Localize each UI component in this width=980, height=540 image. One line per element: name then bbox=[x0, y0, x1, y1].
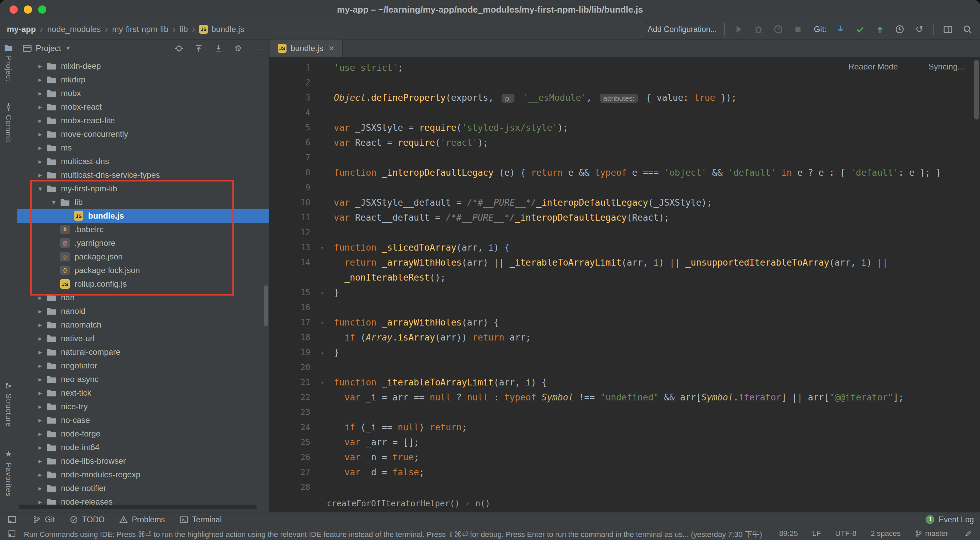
write-access-icon[interactable] bbox=[962, 528, 974, 539]
event-log-button[interactable]: 1 Event Log bbox=[926, 515, 974, 524]
line-number[interactable]: 13 bbox=[269, 243, 317, 252]
gear-icon[interactable]: ⚙ bbox=[232, 43, 244, 54]
code-line[interactable]: 6var React = require('react'); bbox=[269, 135, 980, 150]
project-vertical-scrollbar[interactable] bbox=[264, 285, 268, 326]
chevron-right-icon[interactable]: ▸ bbox=[34, 348, 46, 356]
code-line[interactable]: 9 bbox=[269, 180, 980, 195]
line-number[interactable]: 7 bbox=[269, 153, 317, 162]
code-line[interactable]: 24 if (_i == null) return; bbox=[269, 420, 980, 435]
chevron-right-icon[interactable]: ▸ bbox=[34, 116, 46, 124]
code-line[interactable]: 4 bbox=[269, 105, 980, 120]
line-number[interactable]: 2 bbox=[269, 78, 317, 88]
encoding-widget[interactable]: UTF-8 bbox=[835, 529, 856, 538]
toolwindow-button-terminal[interactable]: Terminal bbox=[180, 515, 222, 524]
git-update-icon[interactable] bbox=[835, 24, 846, 35]
breadcrumb-item[interactable]: my-app bbox=[7, 24, 36, 34]
breadcrumb-item[interactable]: _createForOfIteratorHelper() bbox=[322, 499, 460, 508]
tree-item-mobx-react-lite[interactable]: ▸mobx-react-lite bbox=[18, 114, 269, 127]
fold-marker-icon[interactable]: ▾ bbox=[317, 244, 328, 251]
line-number[interactable]: 19 bbox=[269, 347, 317, 357]
chevron-right-icon[interactable]: ▸ bbox=[34, 171, 46, 179]
toolwindow-button-structure[interactable]: Structure bbox=[4, 382, 13, 427]
tree-item-mkdirp[interactable]: ▸mkdirp bbox=[18, 73, 269, 86]
line-number[interactable]: 14 bbox=[269, 258, 317, 267]
tree-item-native-url[interactable]: ▸native-url bbox=[18, 331, 269, 345]
line-number[interactable]: 11 bbox=[269, 213, 317, 222]
code-line[interactable]: 15▴} bbox=[269, 285, 980, 300]
line-number[interactable]: 18 bbox=[269, 333, 317, 342]
breadcrumb-item[interactable]: JS bundle.js bbox=[199, 24, 244, 34]
line-number[interactable]: 16 bbox=[269, 303, 317, 312]
line-number[interactable]: 8 bbox=[269, 168, 317, 177]
line-number[interactable]: 27 bbox=[269, 467, 317, 477]
line-separator-widget[interactable]: LF bbox=[812, 529, 821, 538]
breadcrumb-item[interactable]: my-first-npm-lib bbox=[112, 24, 168, 34]
chevron-right-icon[interactable]: ▸ bbox=[34, 389, 46, 397]
toolwindow-button-problems[interactable]: Problems bbox=[119, 515, 165, 524]
line-number[interactable]: 5 bbox=[269, 123, 317, 132]
line-number[interactable]: 12 bbox=[269, 228, 317, 237]
tree-item-multicast-dns[interactable]: ▸multicast-dns bbox=[18, 155, 269, 168]
chevron-right-icon[interactable]: ▸ bbox=[34, 403, 46, 411]
chevron-right-icon[interactable]: ▸ bbox=[34, 130, 46, 138]
line-number[interactable]: 21 bbox=[269, 378, 317, 387]
chevron-right-icon[interactable]: ▸ bbox=[34, 362, 46, 370]
code-line[interactable]: 10var _JSXStyle__default = /*#__PURE__*/… bbox=[269, 195, 980, 210]
tree-item-move-concurrently[interactable]: ▸move-concurrently bbox=[18, 127, 269, 141]
history-clock-icon[interactable] bbox=[894, 24, 905, 35]
code-line[interactable]: 5var _JSXStyle = require('styled-jsx/sty… bbox=[269, 120, 980, 135]
chevron-right-icon[interactable]: ▸ bbox=[34, 62, 46, 70]
indent-widget[interactable]: 2 spaces bbox=[871, 529, 901, 538]
tree-item-multicast-dns-service-types[interactable]: ▸multicast-dns-service-types bbox=[18, 168, 269, 182]
caret-position-widget[interactable]: 89:25 bbox=[779, 529, 798, 538]
chevron-right-icon[interactable]: ▸ bbox=[34, 89, 46, 97]
line-number[interactable]: 1 bbox=[269, 63, 317, 73]
toolwindow-switcher-icon[interactable] bbox=[6, 514, 18, 526]
code-line[interactable]: 20 bbox=[269, 360, 980, 375]
chevron-down-icon[interactable]: ▾ bbox=[34, 185, 46, 193]
git-push-icon[interactable] bbox=[874, 24, 886, 35]
line-number[interactable]: 26 bbox=[269, 452, 317, 462]
tree-item-natural-compare[interactable]: ▸natural-compare bbox=[18, 345, 269, 359]
code-line[interactable]: 13▾function _slicedToArray(arr, i) { bbox=[269, 240, 980, 255]
tree-item-nice-try[interactable]: ▸nice-try bbox=[18, 400, 269, 413]
chevron-right-icon[interactable]: ▸ bbox=[34, 430, 46, 438]
tree-item-node-modules-regexp[interactable]: ▸node-modules-regexp bbox=[18, 468, 269, 481]
chevron-right-icon[interactable]: ▸ bbox=[34, 76, 46, 84]
code-line[interactable]: 17▾function _arrayWithHoles(arr) { bbox=[269, 315, 980, 330]
chevron-right-icon[interactable]: ▸ bbox=[34, 144, 46, 152]
chevron-right-icon[interactable]: ▸ bbox=[34, 470, 46, 479]
code-line[interactable]: 8function _interopDefaultLegacy (e) { re… bbox=[269, 165, 980, 180]
tree-item-package.json[interactable]: {}package.json bbox=[18, 250, 269, 264]
close-icon[interactable]: × bbox=[329, 44, 334, 53]
locate-file-icon[interactable] bbox=[173, 43, 185, 54]
profiler-icon[interactable] bbox=[772, 24, 784, 35]
line-number[interactable]: 20 bbox=[269, 363, 317, 372]
tree-item-node-int64[interactable]: ▸node-int64 bbox=[18, 441, 269, 454]
tree-item-.yarnignore[interactable]: ⊘.yarnignore bbox=[18, 236, 269, 250]
breadcrumb-item[interactable]: lib bbox=[180, 24, 188, 34]
add-configuration-button[interactable]: Add Configuration... bbox=[640, 22, 724, 37]
breadcrumb-item[interactable]: node_modules bbox=[47, 24, 101, 34]
line-number[interactable]: 23 bbox=[269, 408, 317, 417]
code-line[interactable]: 25 var _arr = []; bbox=[269, 435, 980, 450]
line-number[interactable]: 15 bbox=[269, 288, 317, 297]
search-icon[interactable] bbox=[962, 24, 973, 35]
line-number[interactable]: 9 bbox=[269, 183, 317, 193]
line-number[interactable]: 3 bbox=[269, 93, 317, 102]
code-line[interactable]: 2 bbox=[269, 75, 980, 90]
code-line[interactable]: 7 bbox=[269, 150, 980, 165]
tree-item-nan[interactable]: ▸nan bbox=[18, 291, 269, 304]
code-line[interactable]: 12 bbox=[269, 225, 980, 240]
expand-all-icon[interactable] bbox=[193, 43, 205, 54]
tree-item-mixin-deep[interactable]: ▸mixin-deep bbox=[18, 59, 269, 73]
run-icon[interactable] bbox=[733, 24, 745, 35]
rollback-icon[interactable]: ↺ bbox=[914, 24, 925, 35]
tree-item-mobx[interactable]: ▸mobx bbox=[18, 86, 269, 100]
debug-icon[interactable] bbox=[753, 24, 764, 35]
chevron-right-icon[interactable]: ▸ bbox=[34, 103, 46, 111]
tree-item-ms[interactable]: ▸ms bbox=[18, 141, 269, 155]
collapse-all-icon[interactable] bbox=[213, 43, 224, 54]
toolwindow-button-git[interactable]: Git bbox=[33, 515, 55, 524]
chevron-right-icon[interactable]: ▸ bbox=[34, 457, 46, 465]
